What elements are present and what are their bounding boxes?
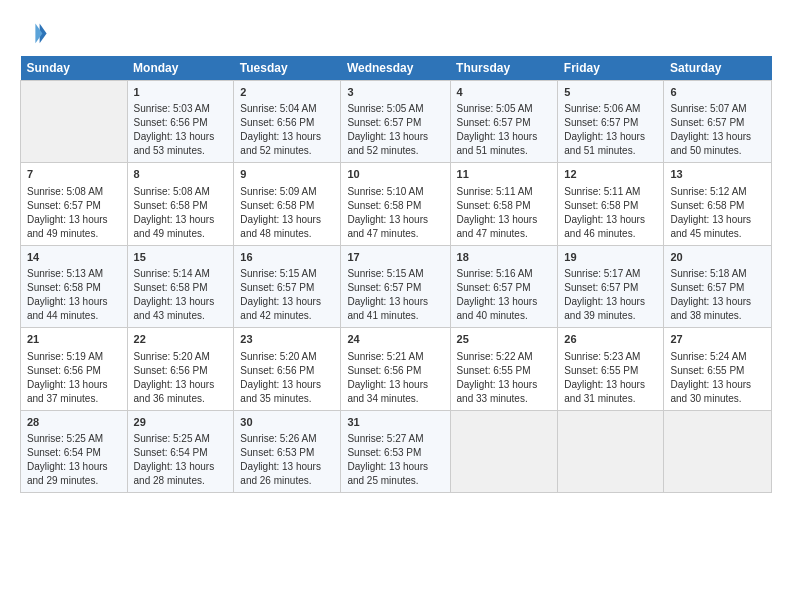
daylight-text: Daylight: 13 hours and 42 minutes. bbox=[240, 295, 334, 323]
day-cell: 13Sunrise: 5:12 AMSunset: 6:58 PMDayligh… bbox=[664, 163, 772, 245]
day-number: 3 bbox=[347, 85, 443, 100]
sunrise-text: Sunrise: 5:05 AM bbox=[347, 102, 443, 116]
sunset-text: Sunset: 6:53 PM bbox=[347, 446, 443, 460]
week-row-1: 1Sunrise: 5:03 AMSunset: 6:56 PMDaylight… bbox=[21, 81, 772, 163]
day-cell: 28Sunrise: 5:25 AMSunset: 6:54 PMDayligh… bbox=[21, 410, 128, 492]
daylight-text: Daylight: 13 hours and 29 minutes. bbox=[27, 460, 121, 488]
sunrise-text: Sunrise: 5:15 AM bbox=[347, 267, 443, 281]
daylight-text: Daylight: 13 hours and 38 minutes. bbox=[670, 295, 765, 323]
sunrise-text: Sunrise: 5:24 AM bbox=[670, 350, 765, 364]
day-number: 25 bbox=[457, 332, 552, 347]
day-number: 24 bbox=[347, 332, 443, 347]
daylight-text: Daylight: 13 hours and 52 minutes. bbox=[240, 130, 334, 158]
day-number: 2 bbox=[240, 85, 334, 100]
sunset-text: Sunset: 6:57 PM bbox=[457, 116, 552, 130]
sunset-text: Sunset: 6:58 PM bbox=[457, 199, 552, 213]
daylight-text: Daylight: 13 hours and 34 minutes. bbox=[347, 378, 443, 406]
sunrise-text: Sunrise: 5:19 AM bbox=[27, 350, 121, 364]
sunrise-text: Sunrise: 5:03 AM bbox=[134, 102, 228, 116]
header-day-tuesday: Tuesday bbox=[234, 56, 341, 81]
sunset-text: Sunset: 6:57 PM bbox=[347, 116, 443, 130]
sunset-text: Sunset: 6:55 PM bbox=[670, 364, 765, 378]
header-day-sunday: Sunday bbox=[21, 56, 128, 81]
day-number: 12 bbox=[564, 167, 657, 182]
sunset-text: Sunset: 6:54 PM bbox=[134, 446, 228, 460]
day-number: 10 bbox=[347, 167, 443, 182]
daylight-text: Daylight: 13 hours and 37 minutes. bbox=[27, 378, 121, 406]
day-number: 28 bbox=[27, 415, 121, 430]
sunrise-text: Sunrise: 5:21 AM bbox=[347, 350, 443, 364]
day-cell: 17Sunrise: 5:15 AMSunset: 6:57 PMDayligh… bbox=[341, 245, 450, 327]
header-day-monday: Monday bbox=[127, 56, 234, 81]
day-cell: 2Sunrise: 5:04 AMSunset: 6:56 PMDaylight… bbox=[234, 81, 341, 163]
sunset-text: Sunset: 6:53 PM bbox=[240, 446, 334, 460]
sunset-text: Sunset: 6:56 PM bbox=[240, 364, 334, 378]
sunset-text: Sunset: 6:57 PM bbox=[347, 281, 443, 295]
daylight-text: Daylight: 13 hours and 28 minutes. bbox=[134, 460, 228, 488]
sunrise-text: Sunrise: 5:26 AM bbox=[240, 432, 334, 446]
day-cell: 4Sunrise: 5:05 AMSunset: 6:57 PMDaylight… bbox=[450, 81, 558, 163]
sunrise-text: Sunrise: 5:12 AM bbox=[670, 185, 765, 199]
daylight-text: Daylight: 13 hours and 46 minutes. bbox=[564, 213, 657, 241]
day-cell: 6Sunrise: 5:07 AMSunset: 6:57 PMDaylight… bbox=[664, 81, 772, 163]
day-cell: 27Sunrise: 5:24 AMSunset: 6:55 PMDayligh… bbox=[664, 328, 772, 410]
day-cell: 18Sunrise: 5:16 AMSunset: 6:57 PMDayligh… bbox=[450, 245, 558, 327]
sunrise-text: Sunrise: 5:23 AM bbox=[564, 350, 657, 364]
sunset-text: Sunset: 6:58 PM bbox=[134, 199, 228, 213]
week-row-2: 7Sunrise: 5:08 AMSunset: 6:57 PMDaylight… bbox=[21, 163, 772, 245]
daylight-text: Daylight: 13 hours and 35 minutes. bbox=[240, 378, 334, 406]
sunrise-text: Sunrise: 5:18 AM bbox=[670, 267, 765, 281]
sunset-text: Sunset: 6:58 PM bbox=[240, 199, 334, 213]
day-cell bbox=[21, 81, 128, 163]
header-row: SundayMondayTuesdayWednesdayThursdayFrid… bbox=[21, 56, 772, 81]
daylight-text: Daylight: 13 hours and 51 minutes. bbox=[457, 130, 552, 158]
day-cell: 25Sunrise: 5:22 AMSunset: 6:55 PMDayligh… bbox=[450, 328, 558, 410]
header bbox=[20, 18, 772, 46]
day-cell: 1Sunrise: 5:03 AMSunset: 6:56 PMDaylight… bbox=[127, 81, 234, 163]
day-number: 8 bbox=[134, 167, 228, 182]
day-cell: 30Sunrise: 5:26 AMSunset: 6:53 PMDayligh… bbox=[234, 410, 341, 492]
day-cell: 22Sunrise: 5:20 AMSunset: 6:56 PMDayligh… bbox=[127, 328, 234, 410]
daylight-text: Daylight: 13 hours and 30 minutes. bbox=[670, 378, 765, 406]
daylight-text: Daylight: 13 hours and 50 minutes. bbox=[670, 130, 765, 158]
day-number: 5 bbox=[564, 85, 657, 100]
calendar-table: SundayMondayTuesdayWednesdayThursdayFrid… bbox=[20, 56, 772, 493]
day-cell bbox=[664, 410, 772, 492]
day-number: 21 bbox=[27, 332, 121, 347]
sunset-text: Sunset: 6:57 PM bbox=[457, 281, 552, 295]
week-row-3: 14Sunrise: 5:13 AMSunset: 6:58 PMDayligh… bbox=[21, 245, 772, 327]
day-cell: 10Sunrise: 5:10 AMSunset: 6:58 PMDayligh… bbox=[341, 163, 450, 245]
day-number: 6 bbox=[670, 85, 765, 100]
daylight-text: Daylight: 13 hours and 45 minutes. bbox=[670, 213, 765, 241]
week-row-5: 28Sunrise: 5:25 AMSunset: 6:54 PMDayligh… bbox=[21, 410, 772, 492]
header-day-friday: Friday bbox=[558, 56, 664, 81]
sunset-text: Sunset: 6:57 PM bbox=[27, 199, 121, 213]
daylight-text: Daylight: 13 hours and 44 minutes. bbox=[27, 295, 121, 323]
sunrise-text: Sunrise: 5:20 AM bbox=[134, 350, 228, 364]
sunrise-text: Sunrise: 5:13 AM bbox=[27, 267, 121, 281]
daylight-text: Daylight: 13 hours and 52 minutes. bbox=[347, 130, 443, 158]
sunrise-text: Sunrise: 5:08 AM bbox=[27, 185, 121, 199]
day-cell bbox=[450, 410, 558, 492]
sunrise-text: Sunrise: 5:17 AM bbox=[564, 267, 657, 281]
sunrise-text: Sunrise: 5:04 AM bbox=[240, 102, 334, 116]
daylight-text: Daylight: 13 hours and 47 minutes. bbox=[347, 213, 443, 241]
day-cell: 21Sunrise: 5:19 AMSunset: 6:56 PMDayligh… bbox=[21, 328, 128, 410]
day-number: 27 bbox=[670, 332, 765, 347]
day-number: 7 bbox=[27, 167, 121, 182]
sunset-text: Sunset: 6:57 PM bbox=[240, 281, 334, 295]
day-cell: 26Sunrise: 5:23 AMSunset: 6:55 PMDayligh… bbox=[558, 328, 664, 410]
day-cell: 20Sunrise: 5:18 AMSunset: 6:57 PMDayligh… bbox=[664, 245, 772, 327]
sunrise-text: Sunrise: 5:16 AM bbox=[457, 267, 552, 281]
daylight-text: Daylight: 13 hours and 36 minutes. bbox=[134, 378, 228, 406]
sunset-text: Sunset: 6:58 PM bbox=[347, 199, 443, 213]
day-number: 31 bbox=[347, 415, 443, 430]
daylight-text: Daylight: 13 hours and 51 minutes. bbox=[564, 130, 657, 158]
day-number: 22 bbox=[134, 332, 228, 347]
daylight-text: Daylight: 13 hours and 41 minutes. bbox=[347, 295, 443, 323]
sunrise-text: Sunrise: 5:11 AM bbox=[457, 185, 552, 199]
header-day-thursday: Thursday bbox=[450, 56, 558, 81]
day-number: 26 bbox=[564, 332, 657, 347]
sunrise-text: Sunrise: 5:06 AM bbox=[564, 102, 657, 116]
sunset-text: Sunset: 6:58 PM bbox=[27, 281, 121, 295]
